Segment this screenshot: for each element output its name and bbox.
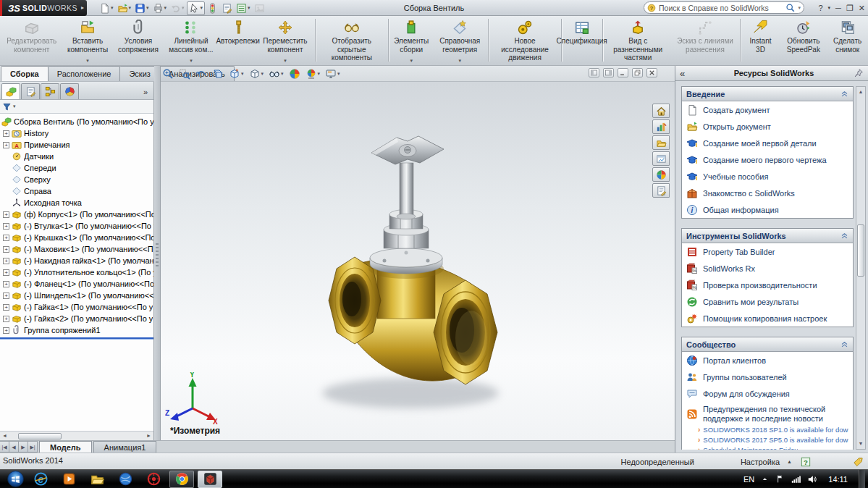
start-button[interactable] (6, 470, 25, 488)
edit-component-button[interactable]: Редактировать компонент (1, 17, 62, 64)
new-document-button[interactable]: ▾ (98, 1, 115, 15)
expand-toggle[interactable]: + (3, 304, 9, 311)
scroll-left-icon[interactable]: ◄ (0, 432, 9, 440)
linear-pattern-button[interactable]: Линейный массив ком...▾ (163, 17, 219, 64)
rollback-bar[interactable] (0, 337, 153, 340)
dropdown-arrow-icon[interactable]: ▾ (190, 58, 193, 64)
taskpane-scrollbar[interactable]: ▲ ▼ (856, 86, 866, 450)
tab-Сборка[interactable]: Сборка (1, 66, 49, 81)
fm-property-tab[interactable] (21, 83, 40, 99)
tree-item[interactable]: +(-) Гайка<2> (По умолчанию<<По у (0, 313, 153, 324)
splitter-grip[interactable] (156, 243, 159, 268)
expand-toggle[interactable]: + (3, 316, 9, 322)
print-button[interactable]: ▾ (151, 1, 169, 15)
view-orientation-button[interactable]: ▾ (227, 67, 245, 80)
scroll-up-icon[interactable]: ▲ (856, 87, 865, 97)
section-view-button[interactable] (211, 67, 225, 80)
tab-next-icon[interactable]: ▶ (19, 441, 28, 453)
expand-toggle[interactable]: + (3, 258, 9, 264)
options-button[interactable]: ▾ (235, 1, 252, 15)
action-center-icon[interactable] (775, 474, 785, 484)
tree-item[interactable]: +(-) Уплотнительное кольцо<1> (По у (0, 266, 153, 278)
options-dropdown-icon[interactable]: ▾ (248, 5, 250, 11)
file-properties-button[interactable] (220, 1, 234, 15)
whatsnew-link[interactable]: Знакомство с SolidWorks (682, 185, 853, 201)
news-link[interactable]: ›SOLIDWORKS 2018 SP1.0 is available for … (682, 425, 853, 435)
expand-toggle[interactable]: + (3, 130, 9, 137)
undo-dropdown-icon[interactable]: ▾ (182, 5, 185, 11)
tutorial-link[interactable]: Учебные пособия (682, 168, 853, 185)
fm-config-tab[interactable] (41, 83, 59, 99)
undo-button[interactable]: ▾ (169, 1, 186, 15)
app-red-taskbar-button[interactable] (141, 471, 166, 488)
compare-link[interactable]: Сравнить мои результаты (682, 293, 853, 310)
tree-item[interactable]: +AПримечания (0, 139, 153, 151)
search-dropdown-icon[interactable]: ▾ (798, 5, 801, 11)
motion-study-button[interactable]: Новое исследование движения (490, 17, 560, 64)
dropdown-arrow-icon[interactable]: ▾ (261, 71, 264, 77)
rx-link[interactable]: %SolidWorks Rx (682, 260, 853, 277)
zoom-area-button[interactable] (177, 67, 192, 80)
tray-expand-icon[interactable] (761, 475, 769, 483)
filter-dropdown-icon[interactable]: ▾ (13, 104, 16, 109)
quick-tips-icon[interactable]: ? (801, 457, 811, 467)
volume-icon[interactable] (807, 474, 817, 484)
save-dropdown-icon[interactable]: ▾ (146, 5, 149, 11)
collapse-chevron-icon[interactable] (840, 90, 848, 98)
mate-button[interactable]: Условия сопряжения (114, 17, 164, 64)
valve-model[interactable] (161, 82, 675, 440)
expand-toggle[interactable]: + (3, 246, 9, 253)
ptb-link[interactable]: Property Tab Builder (682, 243, 853, 260)
snapshot-button[interactable]: Сделать снимок (827, 17, 867, 64)
clock[interactable]: 14:11 (828, 475, 848, 484)
portal-link[interactable]: Портал клиентов (682, 352, 853, 369)
insert-components-button[interactable]: Вставить компоненты▾ (62, 17, 113, 64)
network-icon[interactable] (791, 474, 801, 484)
tree-item[interactable]: Спереди (0, 162, 153, 174)
bom-button[interactable]: Спецификация (563, 17, 601, 64)
sidetab-design-library[interactable] (652, 119, 670, 134)
minimize-button[interactable]: ─ (835, 0, 841, 16)
select-dropdown-icon[interactable]: ▾ (201, 5, 203, 11)
expand-toggle[interactable]: + (3, 142, 9, 148)
help-dropdown-icon[interactable]: ▾ (828, 0, 831, 16)
overflow-chevron-icon[interactable]: » (143, 88, 152, 99)
view-settings-button[interactable]: ▾ (324, 67, 342, 80)
rss-link[interactable]: Предупреждения по технической поддержке … (682, 402, 853, 425)
perf-link[interactable]: %Проверка производительности (682, 277, 853, 293)
expand-toggle[interactable]: + (3, 269, 9, 276)
settings-label[interactable]: Настройка (741, 458, 780, 466)
restore-button[interactable]: ❐ (846, 0, 854, 16)
open-doc-link[interactable]: Открыть документ (682, 118, 853, 135)
chrome-taskbar-button[interactable] (169, 471, 194, 488)
previous-view-button[interactable] (194, 67, 208, 80)
reference-geometry-button[interactable]: Справочная геометрия▾ (433, 17, 486, 64)
tab-prev-icon[interactable]: ◀ (9, 441, 19, 453)
tree-item[interactable]: Справа (0, 185, 153, 197)
tree-item[interactable]: +History (0, 127, 153, 139)
sidetab-home[interactable] (652, 104, 670, 118)
tags-icon[interactable] (853, 456, 864, 467)
dropdown-arrow-icon[interactable]: ▾ (337, 71, 340, 77)
open-dropdown-icon[interactable]: ▾ (129, 5, 132, 11)
section-header[interactable]: Введение (682, 87, 853, 101)
render-image-button[interactable] (253, 1, 266, 15)
tree-item[interactable]: +Группа сопряжений1 (0, 324, 153, 336)
tab-last-icon[interactable]: ▶| (28, 441, 38, 453)
win-min-button[interactable] (618, 68, 628, 77)
win-restore-button[interactable] (632, 68, 643, 77)
scroll-right-icon[interactable]: ► (144, 432, 153, 440)
tree-item[interactable]: Сборка Вентиль (По умолчанию<По ум (0, 116, 153, 127)
solidworks-taskbar-button[interactable] (198, 471, 222, 488)
section-header[interactable]: Сообщество (682, 337, 853, 352)
win-pane2-button[interactable] (603, 68, 614, 77)
move-component-button[interactable]: Переместить компонент▾ (257, 17, 314, 64)
search-icon[interactable] (785, 3, 795, 12)
smart-fasteners-button[interactable]: Автокрепежи (219, 17, 257, 64)
expand-toggle[interactable]: + (3, 223, 9, 230)
collapse-chevron-icon[interactable] (840, 340, 848, 348)
new-document-dropdown-icon[interactable]: ▾ (111, 5, 114, 11)
expand-toggle[interactable]: + (3, 293, 9, 299)
info-link[interactable]: iОбщая информация (682, 201, 853, 218)
scroll-down-icon[interactable]: ▼ (856, 439, 865, 449)
